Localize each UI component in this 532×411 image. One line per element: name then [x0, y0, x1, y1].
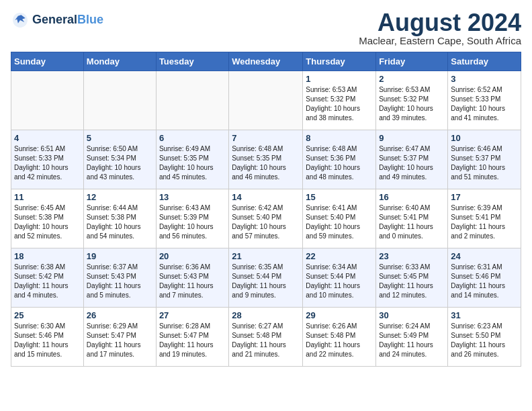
day-info: Sunrise: 6:41 AM Sunset: 5:40 PM Dayligh…: [306, 203, 373, 241]
day-number: 23: [379, 251, 445, 261]
day-info: Sunrise: 6:24 AM Sunset: 5:49 PM Dayligh…: [379, 322, 445, 359]
title-section: August 2024 Maclear, Eastern Cape, South…: [359, 11, 521, 46]
calendar-cell: [156, 71, 228, 130]
day-number: 4: [14, 133, 81, 143]
day-info: Sunrise: 6:34 AM Sunset: 5:44 PM Dayligh…: [306, 263, 373, 300]
day-info: Sunrise: 6:36 AM Sunset: 5:43 PM Dayligh…: [159, 263, 226, 300]
day-info: Sunrise: 6:51 AM Sunset: 5:33 PM Dayligh…: [14, 144, 81, 182]
calendar-cell: 3Sunrise: 6:52 AM Sunset: 5:33 PM Daylig…: [448, 71, 521, 130]
weekday-header-wednesday: Wednesday: [229, 52, 303, 71]
day-info: Sunrise: 6:40 AM Sunset: 5:41 PM Dayligh…: [379, 203, 445, 241]
day-info: Sunrise: 6:35 AM Sunset: 5:44 PM Dayligh…: [232, 263, 300, 300]
day-number: 28: [232, 310, 300, 320]
day-info: Sunrise: 6:33 AM Sunset: 5:45 PM Dayligh…: [379, 263, 445, 300]
calendar-cell: 22Sunrise: 6:34 AM Sunset: 5:44 PM Dayli…: [303, 248, 376, 308]
calendar-cell: [229, 71, 303, 130]
day-info: Sunrise: 6:23 AM Sunset: 5:50 PM Dayligh…: [451, 322, 518, 359]
logo-text: GeneralBlue: [32, 13, 103, 27]
weekday-header-friday: Friday: [376, 52, 448, 71]
calendar-cell: 16Sunrise: 6:40 AM Sunset: 5:41 PM Dayli…: [376, 189, 448, 248]
day-number: 6: [159, 133, 226, 143]
day-info: Sunrise: 6:37 AM Sunset: 5:43 PM Dayligh…: [87, 263, 153, 300]
day-number: 9: [379, 133, 445, 143]
calendar-cell: 11Sunrise: 6:45 AM Sunset: 5:38 PM Dayli…: [11, 189, 84, 248]
calendar-cell: 13Sunrise: 6:43 AM Sunset: 5:39 PM Dayli…: [156, 189, 228, 248]
calendar-cell: 12Sunrise: 6:44 AM Sunset: 5:38 PM Dayli…: [83, 189, 156, 248]
day-info: Sunrise: 6:52 AM Sunset: 5:33 PM Dayligh…: [451, 85, 518, 123]
day-info: Sunrise: 6:28 AM Sunset: 5:47 PM Dayligh…: [159, 322, 226, 359]
day-number: 8: [306, 133, 373, 143]
day-number: 11: [14, 192, 81, 202]
weekday-header-saturday: Saturday: [448, 52, 521, 71]
calendar-cell: 9Sunrise: 6:47 AM Sunset: 5:37 PM Daylig…: [376, 130, 448, 189]
weekday-header-tuesday: Tuesday: [156, 52, 228, 71]
calendar-cell: 17Sunrise: 6:39 AM Sunset: 5:41 PM Dayli…: [448, 189, 521, 248]
calendar-cell: 5Sunrise: 6:50 AM Sunset: 5:34 PM Daylig…: [83, 130, 156, 189]
day-number: 24: [451, 251, 518, 261]
calendar-cell: 18Sunrise: 6:38 AM Sunset: 5:42 PM Dayli…: [11, 248, 84, 308]
logo-bird-icon: [11, 11, 30, 30]
calendar-cell: 26Sunrise: 6:29 AM Sunset: 5:47 PM Dayli…: [83, 308, 156, 367]
day-number: 20: [159, 251, 226, 261]
day-info: Sunrise: 6:48 AM Sunset: 5:35 PM Dayligh…: [232, 144, 300, 182]
day-info: Sunrise: 6:31 AM Sunset: 5:46 PM Dayligh…: [451, 263, 518, 300]
calendar-cell: 24Sunrise: 6:31 AM Sunset: 5:46 PM Dayli…: [448, 248, 521, 308]
day-info: Sunrise: 6:47 AM Sunset: 5:37 PM Dayligh…: [379, 144, 445, 182]
day-number: 25: [14, 310, 81, 320]
day-info: Sunrise: 6:27 AM Sunset: 5:48 PM Dayligh…: [232, 322, 300, 359]
weekday-header-sunday: Sunday: [11, 52, 84, 71]
day-number: 3: [451, 74, 518, 84]
week-row-5: 25Sunrise: 6:30 AM Sunset: 5:46 PM Dayli…: [11, 308, 521, 367]
day-number: 21: [232, 251, 300, 261]
calendar-cell: 23Sunrise: 6:33 AM Sunset: 5:45 PM Dayli…: [376, 248, 448, 308]
calendar-cell: 10Sunrise: 6:46 AM Sunset: 5:37 PM Dayli…: [448, 130, 521, 189]
calendar-cell: 27Sunrise: 6:28 AM Sunset: 5:47 PM Dayli…: [156, 308, 228, 367]
weekday-header-row: SundayMondayTuesdayWednesdayThursdayFrid…: [11, 52, 521, 71]
day-number: 29: [306, 310, 373, 320]
week-row-3: 11Sunrise: 6:45 AM Sunset: 5:38 PM Dayli…: [11, 189, 521, 248]
day-info: Sunrise: 6:48 AM Sunset: 5:36 PM Dayligh…: [306, 144, 373, 182]
day-info: Sunrise: 6:29 AM Sunset: 5:47 PM Dayligh…: [87, 322, 153, 359]
day-info: Sunrise: 6:30 AM Sunset: 5:46 PM Dayligh…: [14, 322, 81, 359]
day-number: 5: [87, 133, 153, 143]
day-info: Sunrise: 6:50 AM Sunset: 5:34 PM Dayligh…: [87, 144, 153, 182]
calendar-cell: 19Sunrise: 6:37 AM Sunset: 5:43 PM Dayli…: [83, 248, 156, 308]
day-number: 7: [232, 133, 300, 143]
weekday-header-monday: Monday: [83, 52, 156, 71]
day-info: Sunrise: 6:49 AM Sunset: 5:35 PM Dayligh…: [159, 144, 226, 182]
week-row-4: 18Sunrise: 6:38 AM Sunset: 5:42 PM Dayli…: [11, 248, 521, 308]
calendar-cell: 1Sunrise: 6:53 AM Sunset: 5:32 PM Daylig…: [303, 71, 376, 130]
calendar-cell: 31Sunrise: 6:23 AM Sunset: 5:50 PM Dayli…: [448, 308, 521, 367]
day-info: Sunrise: 6:53 AM Sunset: 5:32 PM Dayligh…: [306, 85, 373, 123]
week-row-2: 4Sunrise: 6:51 AM Sunset: 5:33 PM Daylig…: [11, 130, 521, 189]
calendar-cell: 14Sunrise: 6:42 AM Sunset: 5:40 PM Dayli…: [229, 189, 303, 248]
day-number: 1: [306, 74, 373, 84]
day-info: Sunrise: 6:26 AM Sunset: 5:48 PM Dayligh…: [306, 322, 373, 359]
logo: GeneralBlue: [11, 11, 103, 30]
calendar-cell: 28Sunrise: 6:27 AM Sunset: 5:48 PM Dayli…: [229, 308, 303, 367]
day-number: 12: [87, 192, 153, 202]
day-number: 31: [451, 310, 518, 320]
day-info: Sunrise: 6:44 AM Sunset: 5:38 PM Dayligh…: [87, 203, 153, 241]
day-info: Sunrise: 6:53 AM Sunset: 5:32 PM Dayligh…: [379, 85, 445, 123]
page-header: GeneralBlue August 2024 Maclear, Eastern…: [11, 11, 521, 46]
calendar-cell: 29Sunrise: 6:26 AM Sunset: 5:48 PM Dayli…: [303, 308, 376, 367]
day-number: 15: [306, 192, 373, 202]
weekday-header-thursday: Thursday: [303, 52, 376, 71]
calendar-cell: 21Sunrise: 6:35 AM Sunset: 5:44 PM Dayli…: [229, 248, 303, 308]
location-title: Maclear, Eastern Cape, South Africa: [359, 35, 521, 46]
calendar-cell: 30Sunrise: 6:24 AM Sunset: 5:49 PM Dayli…: [376, 308, 448, 367]
day-info: Sunrise: 6:42 AM Sunset: 5:40 PM Dayligh…: [232, 203, 300, 241]
calendar-table: SundayMondayTuesdayWednesdayThursdayFrid…: [11, 52, 521, 367]
day-number: 14: [232, 192, 300, 202]
calendar-cell: [83, 71, 156, 130]
calendar-cell: 4Sunrise: 6:51 AM Sunset: 5:33 PM Daylig…: [11, 130, 84, 189]
calendar-cell: 25Sunrise: 6:30 AM Sunset: 5:46 PM Dayli…: [11, 308, 84, 367]
month-title: August 2024: [359, 11, 521, 35]
day-info: Sunrise: 6:45 AM Sunset: 5:38 PM Dayligh…: [14, 203, 81, 241]
calendar-cell: 7Sunrise: 6:48 AM Sunset: 5:35 PM Daylig…: [229, 130, 303, 189]
calendar-cell: 8Sunrise: 6:48 AM Sunset: 5:36 PM Daylig…: [303, 130, 376, 189]
week-row-1: 1Sunrise: 6:53 AM Sunset: 5:32 PM Daylig…: [11, 71, 521, 130]
day-number: 18: [14, 251, 81, 261]
day-info: Sunrise: 6:39 AM Sunset: 5:41 PM Dayligh…: [451, 203, 518, 241]
